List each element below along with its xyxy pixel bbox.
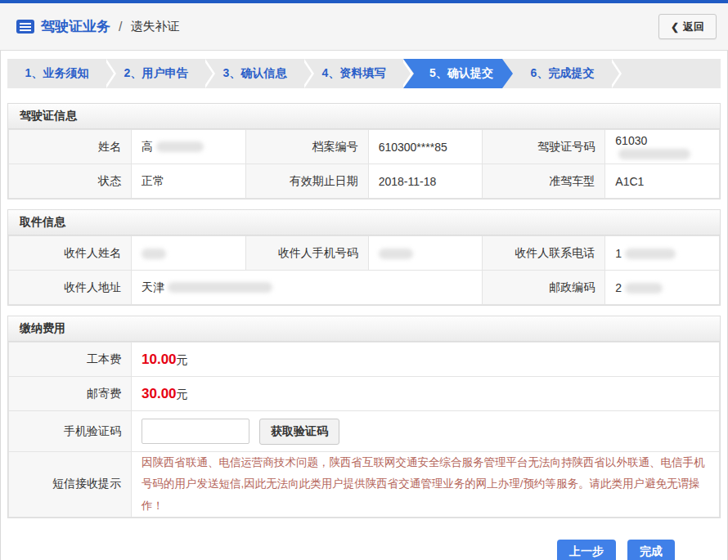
table-row: 收件人姓名 收件人手机号码 收件人联系电话 1	[9, 236, 720, 271]
license-number-value: 61030	[605, 130, 720, 164]
page-subtitle: 遗失补证	[130, 19, 179, 34]
recipient-mobile-label: 收件人手机号码	[245, 236, 368, 271]
fees-section-title: 缴纳费用	[8, 316, 720, 342]
footer-actions: 上一步 完成	[7, 528, 721, 560]
work-fee-value: 10.00元	[132, 343, 720, 377]
work-fee-amount: 10.00	[142, 352, 177, 367]
redaction-blur	[618, 149, 690, 159]
table-row: 状态 正常 有效期止日期 2018-11-18 准驾车型 A1C1	[9, 164, 720, 199]
breadcrumb: 驾驶证业务 / 遗失补证	[16, 17, 179, 36]
redaction-blur	[625, 283, 663, 293]
step-label: 1、业务须知	[25, 66, 89, 81]
vehicle-class-value: A1C1	[605, 164, 720, 199]
postcode-label: 邮政编码	[483, 271, 605, 305]
license-section-title: 驾驶证信息	[8, 104, 720, 129]
main-content: 1、业务须知 2、用户申告 3、确认信息 4、资料填写 5、确认提交 6、完成提…	[0, 51, 728, 560]
step-2-user-declaration[interactable]: 2、用户申告	[106, 59, 205, 88]
mail-fee-amount: 30.00	[142, 386, 177, 401]
chevron-left-icon: ❮	[671, 22, 679, 32]
recipient-name-label: 收件人姓名	[9, 236, 132, 271]
recipient-address-value: 天津	[132, 271, 483, 305]
finish-button[interactable]: 完成	[627, 540, 675, 560]
name-value: 高	[132, 130, 246, 164]
redaction-blur	[625, 249, 676, 259]
license-info-section: 驾驶证信息 姓名 高 档案编号 610300****85 驾驶证号码 61030…	[7, 103, 721, 199]
step-3-confirm-info[interactable]: 3、确认信息	[205, 59, 304, 88]
recipient-address-label: 收件人地址	[9, 271, 132, 305]
status-value: 正常	[132, 164, 246, 199]
step-label: 6、完成提交	[531, 66, 595, 81]
table-row: 手机验证码 获取验证码	[9, 411, 720, 452]
license-number-label: 驾驶证号码	[483, 130, 605, 164]
mail-fee-value: 30.00元	[132, 377, 720, 411]
sms-code-label: 手机验证码	[9, 411, 132, 452]
step-label: 4、资料填写	[322, 66, 386, 81]
table-row: 姓名 高 档案编号 610300****85 驾驶证号码 61030	[9, 130, 720, 164]
step-label: 2、用户申告	[124, 66, 188, 81]
sms-code-cell: 获取验证码	[132, 411, 720, 452]
name-label: 姓名	[9, 130, 132, 164]
redaction-blur	[168, 282, 272, 293]
expiry-date-value: 2018-11-18	[368, 164, 483, 199]
recipient-mobile-value	[368, 236, 483, 271]
page-title: 驾驶证业务	[41, 17, 110, 36]
redaction-blur	[156, 141, 204, 152]
breadcrumb-separator: /	[119, 20, 122, 34]
step-5-confirm-submit[interactable]: 5、确认提交	[403, 59, 513, 88]
step-1-business-notice[interactable]: 1、业务须知	[7, 59, 106, 88]
page-header: 驾驶证业务 / 遗失补证 ❮ 返回	[0, 3, 728, 51]
step-wizard: 1、业务须知 2、用户申告 3、确认信息 4、资料填写 5、确认提交 6、完成提…	[7, 59, 721, 88]
table-row: 工本费 10.00元	[9, 343, 720, 377]
mail-fee-label: 邮寄费	[9, 377, 132, 411]
fee-unit: 元	[177, 388, 188, 401]
pickup-info-section: 取件信息 收件人姓名 收件人手机号码 收件人联系电话 1 收件人地址 天津 邮政…	[7, 209, 721, 306]
fees-section: 缴纳费用 工本费 10.00元 邮寄费 30.00元 手机验证码 获取验证码	[7, 316, 721, 518]
redaction-blur	[142, 249, 166, 259]
status-label: 状态	[9, 164, 132, 199]
step-bar-filler	[612, 59, 721, 88]
sms-code-input[interactable]	[142, 419, 249, 444]
redaction-blur	[379, 249, 413, 259]
sms-notice-cell: 因陕西省联通、电信运营商技术问题，陕西省互联网交通安全综合服务管理平台无法向持陕…	[132, 452, 720, 517]
vehicle-class-label: 准驾车型	[483, 164, 605, 199]
step-4-fill-data[interactable]: 4、资料填写	[304, 59, 403, 88]
step-label: 3、确认信息	[223, 66, 287, 81]
work-fee-label: 工本费	[9, 343, 132, 377]
step-6-finish-submit[interactable]: 6、完成提交	[513, 59, 612, 88]
recipient-phone-value: 1	[605, 236, 720, 271]
back-button[interactable]: ❮ 返回	[658, 14, 717, 39]
step-label: 5、确认提交	[429, 66, 493, 81]
get-code-button[interactable]: 获取验证码	[259, 419, 339, 445]
fee-unit: 元	[177, 353, 188, 366]
table-row: 短信接收提示 因陕西省联通、电信运营商技术问题，陕西省互联网交通安全综合服务管理…	[9, 452, 720, 517]
list-icon	[16, 20, 34, 34]
previous-step-button[interactable]: 上一步	[557, 540, 616, 560]
file-number-value: 610300****85	[368, 130, 483, 164]
sms-notice-text: 因陕西省联通、电信运营商技术问题，陕西省互联网交通安全综合服务管理平台无法向持陕…	[142, 452, 709, 517]
back-button-label: 返回	[683, 20, 704, 34]
recipient-name-value	[132, 236, 246, 271]
sms-notice-label: 短信接收提示	[9, 452, 132, 517]
file-number-label: 档案编号	[245, 130, 368, 164]
expiry-date-label: 有效期止日期	[245, 164, 368, 199]
table-row: 邮寄费 30.00元	[9, 377, 720, 411]
recipient-phone-label: 收件人联系电话	[483, 236, 605, 271]
table-row: 收件人地址 天津 邮政编码 2	[9, 271, 720, 305]
postcode-value: 2	[605, 271, 720, 305]
pickup-section-title: 取件信息	[8, 210, 720, 235]
